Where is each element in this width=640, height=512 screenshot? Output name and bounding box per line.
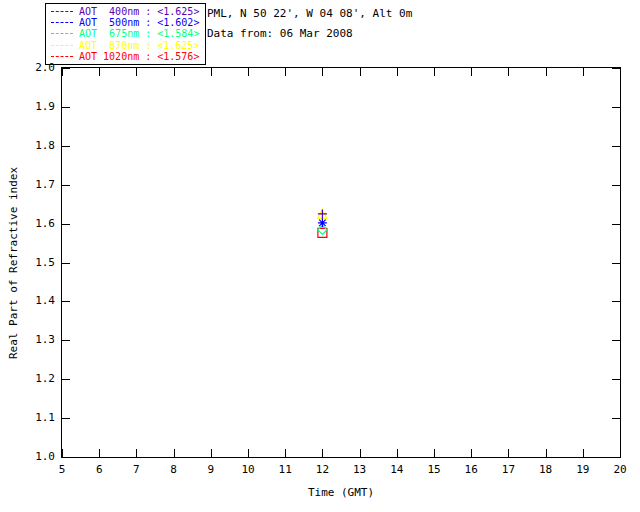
legend-line-sample [51, 56, 73, 57]
y-tick-label: 1.6 [23, 218, 55, 230]
legend-row: AOT 870nm : <1.625> [51, 40, 199, 51]
x-tick-label: 7 [133, 464, 140, 476]
legend-line-sample [51, 45, 73, 46]
legend-line-sample [51, 11, 73, 12]
plot-area [61, 67, 621, 458]
legend-row: AOT 1020nm : <1.576> [51, 51, 199, 62]
x-tick-label: 11 [279, 464, 292, 476]
data-marker-plus [318, 209, 327, 218]
legend-line-sample [51, 33, 73, 34]
x-tick-label: 8 [170, 464, 177, 476]
y-tick-label: 1.1 [23, 412, 55, 424]
legend-label: AOT 1020nm : <1.576> [79, 51, 199, 62]
legend-row: AOT 500nm : <1.602> [51, 17, 199, 28]
x-tick-label: 18 [539, 464, 552, 476]
legend-label: AOT 400nm : <1.625> [79, 6, 199, 17]
legend-row: AOT 675nm : <1.584> [51, 28, 199, 39]
x-tick-label: 12 [316, 464, 329, 476]
legend-box: AOT 400nm : <1.625>AOT 500nm : <1.602>AO… [45, 3, 206, 65]
y-tick-label: 1.7 [23, 179, 55, 191]
x-tick-label: 5 [59, 464, 66, 476]
data-marker-asterisk [318, 218, 327, 227]
y-tick-label: 2.0 [23, 62, 55, 74]
y-tick-label: 1.9 [23, 101, 55, 113]
y-tick-label: 1.2 [23, 373, 55, 385]
y-tick-label: 1.8 [23, 140, 55, 152]
legend-label: AOT 500nm : <1.602> [79, 17, 199, 28]
plot-subtitle: Data from: 06 Mar 2008 [207, 24, 412, 44]
x-axis-title: Time (GMT) [308, 486, 374, 499]
y-tick-label: 1.5 [23, 257, 55, 269]
plot-canvas [62, 68, 620, 457]
x-tick-label: 13 [353, 464, 366, 476]
plot-header: PML, N 50 22', W 04 08', Alt 0m Data fro… [207, 4, 412, 44]
x-tick-label: 15 [427, 464, 440, 476]
y-tick-label: 1.3 [23, 334, 55, 346]
legend-line-sample [51, 22, 73, 23]
y-axis-title: Real Part of Refractive index [7, 167, 20, 359]
x-tick-label: 14 [390, 464, 403, 476]
legend-row: AOT 400nm : <1.625> [51, 6, 199, 17]
legend-label: AOT 870nm : <1.625> [79, 40, 199, 51]
x-tick-label: 9 [207, 464, 214, 476]
x-tick-label: 19 [576, 464, 589, 476]
x-tick-label: 20 [613, 464, 626, 476]
x-tick-label: 10 [241, 464, 254, 476]
x-tick-label: 17 [502, 464, 515, 476]
plot-title: PML, N 50 22', W 04 08', Alt 0m [207, 4, 412, 24]
plot-screen: AOT 400nm : <1.625>AOT 500nm : <1.602>AO… [0, 0, 640, 512]
x-tick-label: 6 [96, 464, 103, 476]
data-marker-square [318, 228, 327, 237]
y-tick-label: 1.4 [23, 295, 55, 307]
x-tick-label: 16 [465, 464, 478, 476]
y-tick-label: 1.0 [23, 451, 55, 463]
legend-label: AOT 675nm : <1.584> [79, 28, 199, 39]
